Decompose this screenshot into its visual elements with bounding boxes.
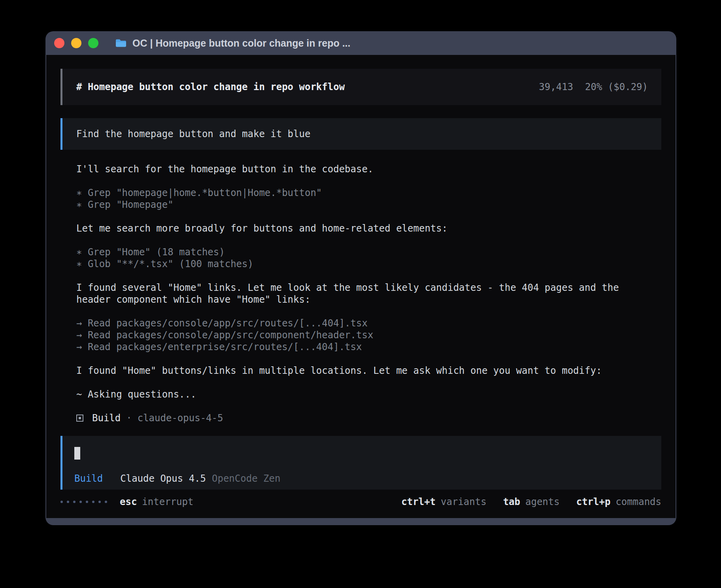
text-cursor xyxy=(74,447,80,460)
folder-icon xyxy=(115,38,127,48)
assistant-text: Let me search more broadly for buttons a… xyxy=(76,222,634,234)
tool-call[interactable]: ∗ Glob "**/*.tsx" (100 matches) xyxy=(76,258,634,270)
shortcut-key: tab xyxy=(503,496,520,507)
shortcut-label: variants xyxy=(441,496,487,507)
minimize-button[interactable] xyxy=(71,38,81,48)
window-titlebar[interactable]: OC | Homepage button color change in rep… xyxy=(45,31,676,55)
tool-call[interactable]: → Read packages/console/app/src/componen… xyxy=(76,329,634,341)
model-indicator[interactable]: Claude Opus 4.5 xyxy=(120,473,206,484)
mode-indicator[interactable]: Build xyxy=(74,473,103,484)
shortcut-variants: ctrl+t variants xyxy=(401,496,486,507)
input-meta: Build Claude Opus 4.5 OpenCode Zen xyxy=(74,473,280,484)
assistant-text: I found "Home" buttons/links in multiple… xyxy=(76,365,634,377)
shortcut-agents: tab agents xyxy=(503,496,560,507)
session-header: # Homepage button color change in repo w… xyxy=(60,69,661,105)
tool-call[interactable]: ∗ Grep "homepage|home.*button|Home.*butt… xyxy=(76,187,634,199)
session-title: # Homepage button color change in repo w… xyxy=(76,81,345,92)
provider-indicator: OpenCode Zen xyxy=(212,473,280,484)
agent-model: claude-opus-4-5 xyxy=(138,413,223,424)
prompt-input[interactable]: Build Claude Opus 4.5 OpenCode Zen xyxy=(60,436,661,490)
assistant-text: I'll search for the homepage button in t… xyxy=(76,163,634,175)
terminal-content: # Homepage button color change in repo w… xyxy=(46,55,676,518)
agent-status-row: Build · claude-opus-4-5 xyxy=(76,412,634,424)
traffic-lights xyxy=(54,38,98,48)
square-dot-icon xyxy=(76,415,83,422)
esc-key: esc xyxy=(120,496,137,507)
shortcut-label: commands xyxy=(615,496,661,507)
shortcut-key: ctrl+p xyxy=(576,496,611,507)
zoom-button[interactable] xyxy=(88,38,98,48)
token-count: 39,413 xyxy=(539,81,573,92)
tool-call[interactable]: ∗ Grep "Homepage" xyxy=(76,199,634,211)
interrupt-label: interrupt xyxy=(142,496,193,507)
tool-call[interactable]: ∗ Grep "Home" (18 matches) xyxy=(76,246,634,258)
status-text: ~ Asking questions... xyxy=(76,388,634,400)
shortcut-label: agents xyxy=(525,496,560,507)
status-bar: esc interrupt ctrl+t variants tab agents… xyxy=(60,496,661,508)
separator-dot: · xyxy=(126,413,132,424)
terminal-window: OC | Homepage button color change in rep… xyxy=(45,31,676,525)
session-stats: 39,413 20% ($0.29) xyxy=(539,81,648,92)
user-message: Find the homepage button and make it blu… xyxy=(60,118,661,150)
interrupt-hint: esc interrupt xyxy=(120,496,193,507)
transcript: I'll search for the homepage button in t… xyxy=(76,163,634,424)
close-button[interactable] xyxy=(54,38,64,48)
assistant-text: I found several "Home" links. Let me loo… xyxy=(76,282,634,305)
shortcut-key: ctrl+t xyxy=(401,496,436,507)
window-title: OC | Homepage button color change in rep… xyxy=(132,38,350,49)
agent-name: Build xyxy=(92,413,121,424)
tool-call[interactable]: → Read packages/enterprise/src/routes/[.… xyxy=(76,341,634,353)
tool-call[interactable]: → Read packages/console/app/src/routes/[… xyxy=(76,317,634,329)
context-usage: 20% ($0.29) xyxy=(585,81,648,92)
shortcut-commands: ctrl+p commands xyxy=(576,496,661,507)
title-proxy: OC | Homepage button color change in rep… xyxy=(115,38,350,49)
user-message-text: Find the homepage button and make it blu… xyxy=(76,128,310,139)
spinner-icon xyxy=(60,501,107,503)
